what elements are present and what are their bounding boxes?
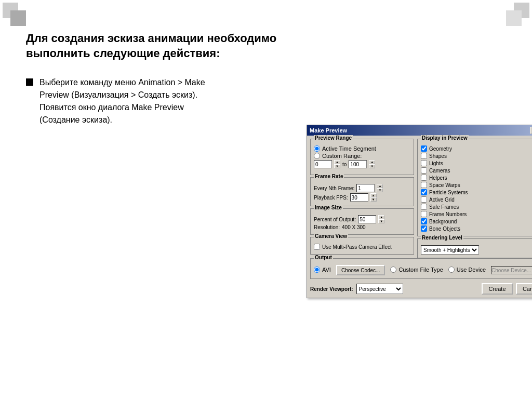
cameras-checkbox[interactable]	[421, 167, 427, 174]
lights-label: Lights	[429, 161, 443, 166]
choose-codec-button[interactable]: Choose Codec...	[336, 265, 385, 275]
lights-row: Lights	[421, 160, 532, 166]
custom-range-radio[interactable]	[314, 153, 320, 159]
preview-range-label: Preview Range	[314, 135, 353, 141]
frame-numbers-label: Frame Numbers	[429, 211, 467, 217]
corner-decoration-tr	[490, 0, 532, 31]
every-nth-down[interactable]: ▼	[377, 188, 383, 192]
background-checkbox[interactable]	[421, 218, 427, 224]
custom-file-radio[interactable]	[390, 267, 396, 273]
active-time-radio[interactable]	[314, 145, 320, 152]
playback-fps-input[interactable]	[350, 193, 368, 202]
range-to-spinner: ▲ ▼	[369, 160, 375, 168]
percent-down[interactable]: ▼	[378, 219, 384, 223]
resolution-label: Resolution:	[314, 224, 340, 230]
background-row: Background	[421, 218, 532, 224]
camera-view-group: Camera View Use Multi-Pass Camera Effect	[310, 237, 414, 255]
range-to-input[interactable]	[349, 160, 367, 168]
range-from-spinner: ▲ ▼	[334, 160, 340, 168]
every-nth-row: Every Nth Frame: ▲ ▼	[314, 184, 410, 192]
helpers-checkbox[interactable]	[421, 175, 427, 181]
avi-radio[interactable]	[314, 267, 320, 273]
resolution-row: Resolution: 400 X 300	[314, 224, 410, 230]
viewport-select[interactable]: Perspective Top Front Left Camera	[356, 284, 403, 294]
cancel-button[interactable]: Cancel	[516, 283, 532, 295]
active-grid-row: Active Grid	[421, 196, 532, 203]
resolution-value: 400 X 300	[342, 224, 366, 230]
every-nth-up[interactable]: ▲	[377, 184, 383, 188]
output-label: Output	[314, 255, 333, 260]
every-nth-input[interactable]	[356, 184, 375, 192]
active-grid-label: Active Grid	[429, 197, 455, 203]
space-warps-checkbox[interactable]	[421, 182, 427, 188]
bullet-icon	[26, 78, 33, 86]
text-content: Выберите команду меню Animation > Make P…	[26, 76, 223, 126]
multi-pass-checkbox[interactable]	[314, 244, 320, 250]
main-heading: Для создания эскиза анимации необходимо …	[26, 31, 506, 61]
playback-fps-up[interactable]: ▲	[370, 193, 377, 197]
preview-range-group: Preview Range Active Time Segment Custom…	[310, 139, 414, 175]
bone-objects-checkbox[interactable]	[421, 225, 427, 232]
safe-frames-row: Safe Frames	[421, 204, 532, 210]
geometry-checkbox[interactable]	[421, 145, 427, 152]
range-to-down[interactable]: ▼	[369, 164, 375, 168]
rendering-level-label: Rendering Level	[421, 235, 463, 241]
shapes-checkbox[interactable]	[421, 153, 427, 159]
multi-pass-label: Use Multi-Pass Camera Effect	[322, 244, 392, 250]
dialog-titlebar: Make Preview ? ✕	[307, 125, 532, 136]
helpers-label: Helpers	[429, 175, 447, 181]
playback-fps-row: Playback FPS: ▲ ▼	[314, 193, 410, 202]
titlebar-buttons: ? ✕	[530, 127, 532, 134]
geometry-row: Geometry	[421, 145, 532, 152]
dialog-title: Make Preview	[310, 127, 347, 134]
use-device-radio[interactable]	[448, 267, 455, 273]
percent-up[interactable]: ▲	[378, 215, 384, 219]
custom-file-row: Custom File Type	[390, 267, 443, 273]
playback-fps-down[interactable]: ▼	[370, 197, 377, 202]
footer-row: Render Viewport: Perspective Top Front L…	[310, 281, 532, 295]
range-to-up[interactable]: ▲	[369, 160, 375, 164]
create-button[interactable]: Create	[482, 283, 513, 295]
frame-numbers-row: Frame Numbers	[421, 211, 532, 217]
particle-systems-row: Particle Systems	[421, 189, 532, 195]
image-size-label: Image Size	[314, 205, 343, 210]
rendering-level-select[interactable]: Smooth + Highlights Smooth Facets + High…	[421, 245, 479, 255]
custom-range-label: Custom Range:	[322, 153, 362, 159]
range-from-input[interactable]	[314, 160, 332, 168]
cameras-label: Cameras	[429, 168, 450, 174]
safe-frames-checkbox[interactable]	[421, 204, 427, 210]
background-label: Background	[429, 219, 457, 224]
safe-frames-label: Safe Frames	[429, 204, 459, 210]
frame-numbers-checkbox[interactable]	[421, 211, 427, 217]
percent-input[interactable]	[358, 215, 376, 223]
bullet-text: Выберите команду меню Animation > Make P…	[39, 76, 223, 126]
help-button[interactable]: ?	[530, 127, 532, 134]
cameras-row: Cameras	[421, 167, 532, 174]
range-to-label: to	[342, 162, 347, 167]
particle-systems-checkbox[interactable]	[421, 189, 427, 195]
multi-pass-row: Use Multi-Pass Camera Effect	[314, 244, 410, 250]
active-time-label: Active Time Segment	[322, 145, 376, 152]
avi-row: AVI	[314, 267, 331, 273]
range-from-down[interactable]: ▼	[334, 164, 340, 168]
space-warps-label: Space Warps	[429, 182, 460, 188]
lights-checkbox[interactable]	[421, 160, 427, 166]
percent-label: Percent of Output:	[314, 217, 356, 222]
display-in-preview-group: Display in Preview Geometry Shapes	[417, 139, 532, 236]
active-grid-checkbox[interactable]	[421, 196, 427, 203]
image-size-group: Image Size Percent of Output: ▲ ▼	[310, 208, 414, 235]
range-inputs-row: ▲ ▼ to ▲ ▼	[314, 160, 410, 168]
percent-spinner: ▲ ▼	[378, 215, 384, 223]
choose-device-input	[491, 266, 532, 274]
display-in-preview-label: Display in Preview	[421, 135, 469, 141]
bone-objects-label: Bone Objects	[429, 226, 460, 232]
helpers-row: Helpers	[421, 175, 532, 181]
every-nth-spinner: ▲ ▼	[377, 184, 383, 192]
bullet-item: Выберите команду меню Animation > Make P…	[26, 76, 223, 126]
shapes-label: Shapes	[429, 153, 447, 159]
range-from-up[interactable]: ▲	[334, 160, 340, 164]
corner-decoration-tl	[0, 0, 42, 31]
geometry-label: Geometry	[429, 146, 452, 152]
custom-file-label: Custom File Type	[398, 267, 443, 273]
output-group: Output AVI Choose Codec... Custom File T…	[310, 258, 532, 279]
